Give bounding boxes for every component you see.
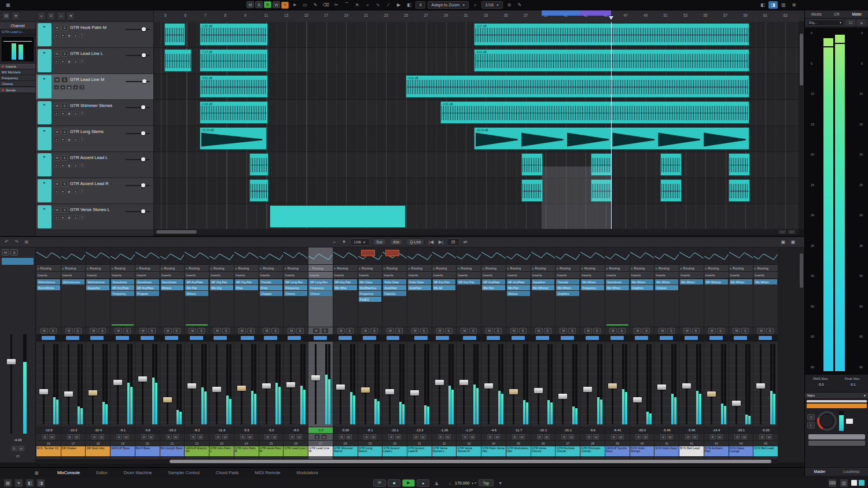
channel-pan-control[interactable] xyxy=(457,335,481,342)
channel-solo-button[interactable]: S xyxy=(544,328,551,334)
insert-slot[interactable]: Soundness xyxy=(136,279,159,284)
insert-slot[interactable]: Chopper xyxy=(260,291,283,296)
channel-level-value[interactable]: -29.1 xyxy=(729,427,753,434)
write-button[interactable]: W xyxy=(618,434,624,439)
read-button[interactable]: R xyxy=(388,434,394,439)
zoom-out-button[interactable]: − xyxy=(778,230,786,234)
find-track-icon[interactable]: ⌕ xyxy=(57,12,65,20)
edit-channel-icon[interactable]: e xyxy=(54,189,59,194)
insert-slot[interactable]: Hubs Oase xyxy=(408,279,431,284)
audio-clip[interactable] xyxy=(521,179,543,202)
insert-slot[interactable]: AutoFilter xyxy=(383,285,406,290)
channel-insert-rack[interactable]: Mix WhomGraphics xyxy=(630,279,654,327)
channel-insert-rack[interactable]: WohnzimmerSquasher xyxy=(86,279,110,327)
fader-cap[interactable] xyxy=(459,380,468,385)
channel-pan-control[interactable] xyxy=(36,335,61,342)
channel-routing[interactable]: ▸Routing xyxy=(556,265,580,272)
channel-pan-control[interactable] xyxy=(531,335,556,342)
track-visibility-icon[interactable]: ▾ xyxy=(12,12,20,20)
read-button[interactable]: R xyxy=(611,434,617,439)
channel-level-value[interactable]: -8.0 xyxy=(284,427,308,434)
insert-slot[interactable]: Frequency xyxy=(284,285,307,290)
downmix-bar[interactable] xyxy=(807,400,867,402)
fader-cap[interactable] xyxy=(509,389,518,394)
channel-insert-rack[interactable]: Mix ClausModMachineFrequencyPadEQ xyxy=(358,279,382,327)
snap-toggle-icon[interactable]: ⊘ xyxy=(505,1,514,9)
object-select-tool[interactable]: ➤ xyxy=(290,1,299,9)
mixer-channel-strip[interactable]: ▸Routing Inserts SoundnessMixture M S -1… xyxy=(160,247,185,464)
track-mute-button[interactable]: M xyxy=(54,25,60,31)
tap-tempo-button[interactable]: Tap xyxy=(479,479,493,486)
automation-cell[interactable] xyxy=(185,247,209,265)
channel-fader-section[interactable] xyxy=(679,342,704,427)
channel-level-value[interactable]: -13.3 xyxy=(407,427,432,434)
read-button[interactable]: R xyxy=(759,434,765,439)
midi-insert-icon[interactable]: ✎ xyxy=(515,1,524,9)
channel-routing[interactable]: ▸Routing xyxy=(729,265,753,272)
insert-slot[interactable]: Mix Whomp xyxy=(532,285,555,290)
channel-insert-rack[interactable]: Hubs OaseAutoFilter xyxy=(407,279,432,327)
fader-cap[interactable] xyxy=(633,397,642,402)
lane-icon[interactable]: ⊡ xyxy=(79,59,84,64)
channel-insert-rack[interactable]: MF Any PanMix Wha xyxy=(333,279,358,327)
channel-fader-section[interactable] xyxy=(333,342,358,427)
channel-mute-button[interactable]: M xyxy=(238,328,246,334)
track-row[interactable]: ▸ M S GTR Lead Line L e ● ◉ ≡ ⊡ xyxy=(36,48,153,74)
write-button[interactable]: W xyxy=(717,434,723,439)
channel-routing[interactable]: ▸Routing xyxy=(481,265,506,272)
mixer-channel-strip[interactable]: ▸Routing Inserts Hubs OaseAutoFilterFade… xyxy=(382,247,407,464)
track-volume-slider[interactable] xyxy=(126,183,150,188)
monitor-icon[interactable]: ◉ xyxy=(67,163,72,168)
automation-cell[interactable] xyxy=(605,247,630,265)
automation-cell[interactable] xyxy=(209,247,234,265)
read-button[interactable]: R xyxy=(660,434,666,439)
insert-slot[interactable]: Tremolo xyxy=(556,279,579,284)
insert-slot[interactable]: Soundness xyxy=(606,279,629,284)
mixer-channel-strip[interactable]: ▸Routing Inserts MF Org PanMix Org M S -… xyxy=(209,247,234,464)
channel-insert-rack[interactable]: MF Long RevFrequencyChorus xyxy=(308,279,333,327)
channel-mute-button[interactable]: M xyxy=(634,328,641,334)
mixer-channel-strip[interactable]: ▸Routing Inserts MF Whomp M S -14.4 R W … xyxy=(704,247,729,464)
write-button[interactable]: W xyxy=(568,434,574,439)
channel-mute-button[interactable]: M xyxy=(337,328,345,334)
channel-name[interactable]: GROUP Synths Keys xyxy=(605,446,630,456)
channel-inserts-label[interactable]: Inserts xyxy=(556,272,580,279)
lane-icon[interactable]: ⊡ xyxy=(79,33,84,38)
track-color-pad[interactable]: ▸ xyxy=(38,23,52,46)
channel-inserts-label[interactable]: Inserts xyxy=(160,272,185,279)
undo-icon[interactable]: ↶ xyxy=(2,238,11,246)
channel-insert-rack[interactable]: Mix Whom xyxy=(729,279,753,327)
lane-icon[interactable]: ⊡ xyxy=(79,111,84,116)
track-color-pad[interactable]: ▸ xyxy=(38,153,52,176)
channel-fader-section[interactable] xyxy=(382,342,407,427)
channel-name[interactable]: SYN Violin Strings xyxy=(630,446,654,456)
channel-inserts-label[interactable]: Inserts xyxy=(432,272,457,279)
channel-routing[interactable]: ▸Routing xyxy=(135,265,160,272)
insert-slot[interactable]: MF AnyPlate xyxy=(185,279,208,284)
search-icon[interactable]: ⌕ xyxy=(330,238,339,246)
draw-tool[interactable]: ✎ xyxy=(311,1,320,9)
channel-routing[interactable]: ▸Routing xyxy=(209,265,234,272)
rail-mute-button[interactable]: M xyxy=(2,249,9,256)
record-enable-icon[interactable]: ● xyxy=(60,215,65,220)
split-tool[interactable]: ✂ xyxy=(332,1,341,9)
channel-name[interactable]: GTR Long Stems xyxy=(358,446,382,456)
channel-solo-button[interactable]: S xyxy=(395,328,403,334)
channel-solo-button[interactable]: S xyxy=(74,328,82,334)
inspector-sends-section[interactable]: Sends xyxy=(0,87,35,93)
swap-icon[interactable]: ⇄ xyxy=(461,238,470,246)
channel-pan-control[interactable] xyxy=(506,335,531,342)
channel-mute-button[interactable]: M xyxy=(90,328,97,334)
channel-inserts-label[interactable]: Inserts xyxy=(382,272,407,279)
channel-inserts-label[interactable]: Inserts xyxy=(654,272,679,279)
insert-slot[interactable]: Soundness xyxy=(161,279,184,284)
freeze-icon[interactable]: ≡ xyxy=(73,33,78,38)
channel-fader-section[interactable] xyxy=(86,342,110,427)
read-button[interactable]: R xyxy=(363,434,369,439)
write-button[interactable]: W xyxy=(395,434,401,439)
channel-name[interactable]: GTR Verse Chorus xyxy=(531,446,556,456)
channel-name[interactable]: GTR Intro Palm L xyxy=(209,446,234,456)
insert-slot[interactable]: Frequency xyxy=(309,285,332,290)
record-enable-icon[interactable]: ● xyxy=(60,189,65,194)
channel-level-value[interactable]: -1.27 xyxy=(457,427,481,434)
